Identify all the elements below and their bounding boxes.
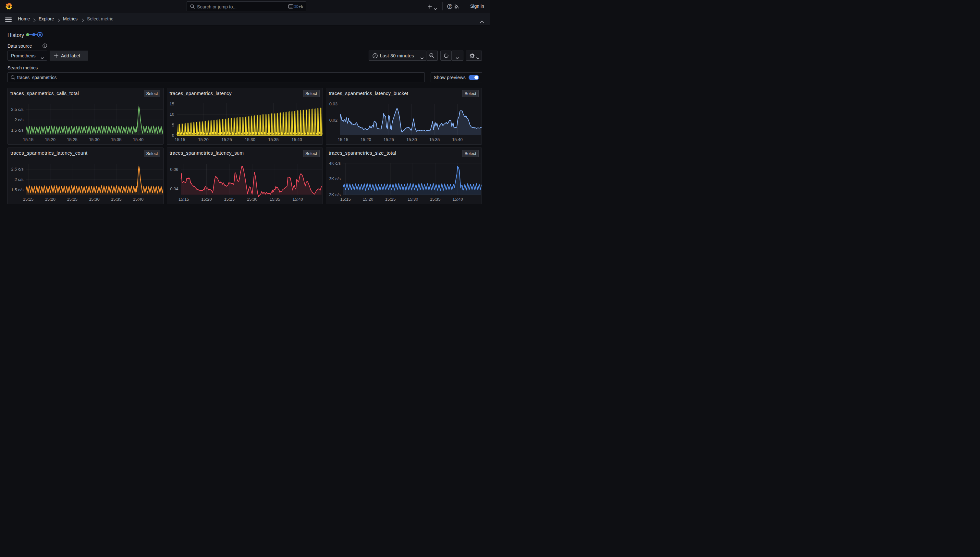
svg-text:1.5 c/s: 1.5 c/s [11,187,24,192]
svg-text:15:15: 15:15 [23,137,34,142]
svg-text:2.5 c/s: 2.5 c/s [11,167,24,171]
svg-text:2 c/s: 2 c/s [15,117,24,122]
svg-text:4K c/s: 4K c/s [329,161,341,166]
svg-text:15:35: 15:35 [429,137,440,142]
svg-text:15:20: 15:20 [45,137,56,142]
svg-text:15:20: 15:20 [201,197,212,202]
svg-text:15:35: 15:35 [111,197,122,202]
svg-text:0.04: 0.04 [170,186,178,191]
svg-text:15:20: 15:20 [363,197,374,202]
svg-text:15:25: 15:25 [384,137,394,142]
svg-text:15:40: 15:40 [291,137,302,142]
svg-text:2K c/s: 2K c/s [329,192,341,197]
svg-text:1.5 c/s: 1.5 c/s [11,128,24,133]
svg-text:15:15: 15:15 [338,137,348,142]
svg-text:15:40: 15:40 [133,137,144,142]
svg-text:15:30: 15:30 [406,137,417,142]
svg-text:15:35: 15:35 [111,137,122,142]
svg-text:?: ? [449,5,451,8]
svg-text:2 c/s: 2 c/s [15,177,24,182]
svg-text:0.03: 0.03 [329,101,338,106]
svg-text:15: 15 [169,101,174,106]
svg-text:15:35: 15:35 [430,197,441,202]
svg-text:15:40: 15:40 [452,137,463,142]
svg-text:15:20: 15:20 [198,137,209,142]
svg-text:0.06: 0.06 [170,167,178,172]
svg-text:15:20: 15:20 [45,197,56,202]
svg-text:15:30: 15:30 [247,197,257,202]
svg-text:15:15: 15:15 [178,197,189,202]
svg-text:15:30: 15:30 [89,137,100,142]
svg-text:3K c/s: 3K c/s [329,176,341,181]
svg-text:15:25: 15:25 [385,197,396,202]
svg-text:15:40: 15:40 [292,197,303,202]
svg-text:2.5 c/s: 2.5 c/s [11,107,24,112]
svg-text:15:25: 15:25 [221,137,232,142]
svg-text:15:25: 15:25 [224,197,235,202]
svg-text:15:35: 15:35 [270,197,280,202]
svg-text:15:15: 15:15 [340,197,351,202]
svg-text:15:25: 15:25 [67,197,78,202]
svg-text:15:25: 15:25 [67,137,78,142]
svg-text:15:40: 15:40 [133,197,144,202]
svg-text:15:20: 15:20 [361,137,371,142]
svg-text:10: 10 [169,112,174,117]
svg-text:15:30: 15:30 [245,137,255,142]
svg-text:15:40: 15:40 [452,197,463,202]
svg-text:15:15: 15:15 [23,197,34,202]
svg-text:15:30: 15:30 [408,197,418,202]
svg-text:0: 0 [172,133,174,138]
svg-text:15:35: 15:35 [268,137,279,142]
svg-text:15:30: 15:30 [89,197,100,202]
svg-text:15:15: 15:15 [175,137,185,142]
svg-text:0.02: 0.02 [329,117,338,122]
svg-text:5: 5 [172,122,174,127]
